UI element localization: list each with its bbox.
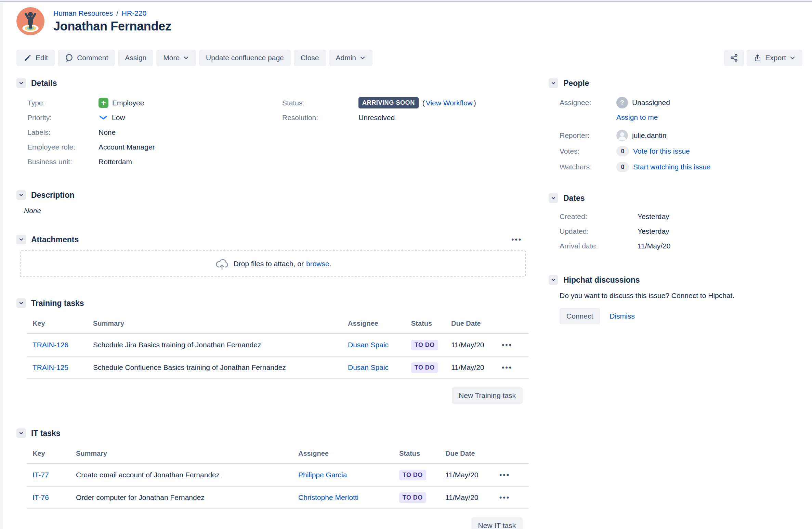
start-watching-link[interactable]: Start watching this issue — [633, 163, 710, 171]
updated-row: Updated: Yesterday — [549, 224, 802, 238]
description-value[interactable]: None — [24, 207, 529, 215]
status-badge: TO DO — [411, 340, 438, 350]
comment-label: Comment — [77, 54, 108, 62]
employee-role-label: Employee role: — [16, 143, 99, 151]
training-tasks-collapse-toggle[interactable] — [16, 298, 26, 308]
it-tasks-table: Key Summary Assignee Status Due Date IT-… — [27, 450, 529, 509]
chevron-down-icon — [551, 277, 556, 283]
status-label: Status: — [275, 99, 358, 107]
row-actions-button[interactable]: ••• — [499, 339, 515, 350]
issue-key-link[interactable]: TRAIN-126 — [32, 341, 68, 349]
close-label: Close — [301, 54, 319, 62]
update-confluence-page-button[interactable]: Update confluence page — [199, 50, 291, 66]
employee-role-value: Account Manager — [99, 143, 155, 151]
table-row: TRAIN-125 Schedule Confluence Basics tra… — [27, 357, 529, 379]
votes-count-badge: 0 — [616, 146, 629, 156]
issue-header: Human Resources / HR-220 Jonathan Fernan… — [16, 7, 802, 35]
issue-key-link[interactable]: IT-76 — [32, 493, 49, 501]
status-badge: TO DO — [399, 470, 426, 480]
training-tasks-table: Key Summary Assignee Status Due Date TRA… — [27, 320, 529, 379]
watchers-count-badge: 0 — [616, 162, 629, 172]
issue-content: Details Type: + Employee — [16, 78, 802, 529]
task-summary: Order computer for Jonathan Fernandez — [70, 493, 292, 502]
assignee-link[interactable]: Dusan Spaic — [348, 363, 389, 371]
hipchat-heading: Hipchat discussions — [563, 275, 640, 285]
assignee-link[interactable]: Philippe Garcia — [298, 471, 347, 479]
reporter-label: Reporter: — [549, 131, 616, 140]
chevron-down-icon — [18, 80, 24, 86]
column-header-status: Status — [393, 450, 440, 457]
assignee-link[interactable]: Dusan Spaic — [348, 341, 389, 349]
hipchat-dismiss-link[interactable]: Dismiss — [610, 312, 635, 320]
attachments-more-options-button[interactable]: ••• — [509, 234, 525, 245]
updated-label: Updated: — [549, 227, 638, 235]
sidebar-collapsed-edge[interactable] — [0, 3, 3, 529]
row-actions-button[interactable]: ••• — [497, 469, 513, 480]
status-badge: TO DO — [399, 492, 426, 503]
breadcrumb-issue-link[interactable]: HR-220 — [122, 9, 146, 17]
export-label: Export — [765, 54, 786, 62]
dates-collapse-toggle[interactable] — [549, 193, 558, 203]
attachments-collapse-toggle[interactable] — [16, 235, 26, 244]
share-button[interactable] — [724, 50, 744, 66]
priority-low-icon — [99, 114, 108, 121]
browse-files-link[interactable]: browse. — [306, 260, 331, 268]
it-tasks-collapse-toggle[interactable] — [16, 428, 26, 438]
reporter-row: Reporter: julie.dantin — [549, 128, 802, 143]
people-collapse-toggle[interactable] — [549, 78, 558, 88]
main-column: Details Type: + Employee — [16, 78, 529, 529]
new-training-task-button[interactable]: New Training task — [452, 387, 523, 404]
hipchat-section: Hipchat discussions Do you want to discu… — [549, 275, 802, 324]
issue-header-text: Human Resources / HR-220 Jonathan Fernan… — [53, 9, 171, 34]
vote-for-issue-link[interactable]: Vote for this issue — [633, 147, 690, 155]
table-row: TRAIN-126 Schedule Jira Basics training … — [27, 334, 529, 357]
admin-menu-button[interactable]: Admin — [329, 50, 373, 66]
comment-button[interactable]: Comment — [58, 50, 115, 66]
field-type: Type: + Employee — [16, 95, 275, 110]
reporter-value: julie.dantin — [632, 131, 666, 140]
breadcrumb-separator: / — [116, 9, 118, 17]
field-priority: Priority: Low — [16, 110, 275, 125]
details-collapse-toggle[interactable] — [16, 78, 26, 88]
business-unit-label: Business unit: — [16, 158, 99, 166]
priority-label: Priority: — [16, 114, 99, 122]
resolution-label: Resolution: — [275, 114, 358, 122]
close-issue-button[interactable]: Close — [294, 50, 326, 66]
cloud-upload-icon — [215, 257, 229, 270]
due-date: 11/May/20 — [445, 363, 493, 372]
more-menu-button[interactable]: More — [156, 50, 196, 66]
issue-key-link[interactable]: IT-77 — [32, 471, 49, 479]
chevron-down-icon — [18, 237, 24, 242]
breadcrumb-project-link[interactable]: Human Resources — [53, 9, 113, 17]
issue-title[interactable]: Jonathan Fernandez — [53, 19, 171, 34]
resolution-value: Unresolved — [358, 114, 395, 122]
votes-label: Votes: — [549, 147, 616, 155]
updated-value: Yesterday — [638, 227, 669, 235]
created-label: Created: — [549, 212, 638, 221]
assignee-row: Assignee: ? Unassigned — [549, 95, 802, 111]
hipchat-prompt-text: Do you want to discuss this issue? Conne… — [560, 292, 802, 300]
export-menu-button[interactable]: Export — [747, 50, 802, 66]
description-collapse-toggle[interactable] — [16, 190, 26, 200]
employee-issue-type-icon: + — [99, 98, 108, 108]
row-actions-button[interactable]: ••• — [497, 492, 513, 503]
issue-key-link[interactable]: TRAIN-125 — [32, 363, 68, 371]
pencil-icon — [23, 53, 32, 62]
assign-button[interactable]: Assign — [118, 50, 153, 66]
dropzone-text: Drop files to attach, or — [234, 260, 304, 268]
chevron-down-icon — [551, 195, 556, 201]
row-actions-button[interactable]: ••• — [499, 362, 515, 373]
new-it-task-button[interactable]: New IT task — [471, 517, 523, 529]
due-date: 11/May/20 — [440, 493, 491, 502]
view-workflow-link[interactable]: View Workflow — [426, 99, 473, 107]
chevron-down-icon — [789, 55, 796, 61]
workflow-paren-close: ) — [474, 99, 476, 107]
description-section: Description None — [16, 190, 529, 215]
status-badge: TO DO — [411, 362, 438, 373]
edit-button[interactable]: Edit — [16, 50, 55, 66]
assign-to-me-link[interactable]: Assign to me — [616, 113, 658, 121]
attachments-dropzone[interactable]: Drop files to attach, or browse. — [20, 250, 526, 277]
hipchat-collapse-toggle[interactable] — [549, 275, 558, 285]
assignee-link[interactable]: Christophe Merlotti — [298, 493, 358, 501]
hipchat-connect-button[interactable]: Connect — [560, 308, 600, 324]
